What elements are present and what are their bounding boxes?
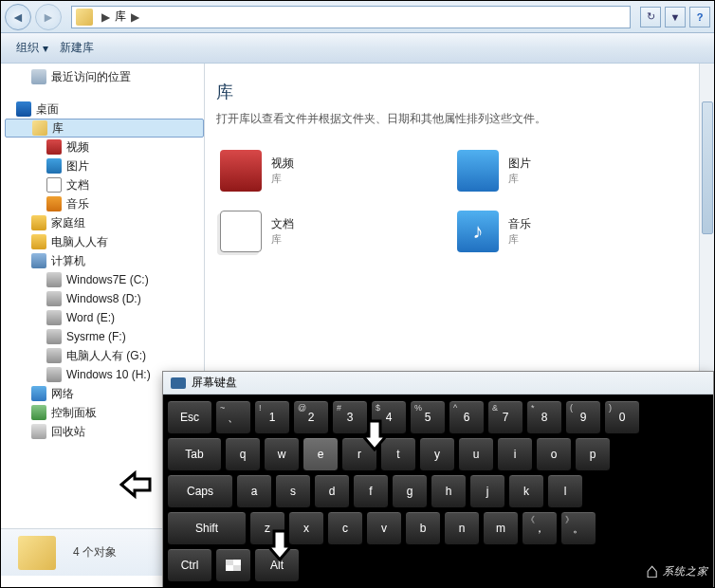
- status-text: 4 个对象: [73, 544, 117, 560]
- library-icon: [76, 9, 93, 26]
- osk-row-3: Capsasdfghjkl: [167, 474, 709, 508]
- osk-key-m[interactable]: m: [483, 511, 519, 545]
- library-sub: 库: [271, 172, 294, 186]
- sidebar-drive[interactable]: Word (E:): [5, 308, 204, 327]
- osk-key-k[interactable]: k: [508, 474, 544, 508]
- osk-key-l[interactable]: l: [547, 474, 583, 508]
- library-name: 图片: [508, 156, 531, 172]
- sidebar-item-label: 音乐: [66, 196, 89, 212]
- osk-key-6[interactable]: ^6: [449, 400, 485, 434]
- sidebar-desktop[interactable]: 桌面: [5, 100, 204, 119]
- osk-key-win[interactable]: [215, 548, 251, 582]
- drive-icon: [46, 310, 62, 325]
- organize-label: 组织: [16, 40, 39, 56]
- status-library-icon: [18, 536, 56, 570]
- osk-key-w[interactable]: w: [264, 437, 300, 471]
- osk-key-5[interactable]: %5: [410, 400, 446, 434]
- dropdown-button[interactable]: ▼: [665, 7, 686, 28]
- library-item-music[interactable]: 音乐库: [453, 207, 671, 256]
- osk-key-tab[interactable]: Tab: [167, 437, 222, 471]
- sidebar-pictures[interactable]: 图片: [5, 156, 204, 175]
- osk-key-9[interactable]: (9: [565, 400, 601, 434]
- osk-key-、[interactable]: ~、: [215, 400, 251, 434]
- osk-key-u[interactable]: u: [458, 437, 494, 471]
- sidebar-item-label: 计算机: [51, 253, 85, 269]
- osk-row-2: Tabqwertyuiop: [167, 437, 709, 471]
- help-button[interactable]: ?: [689, 7, 710, 28]
- library-name: 视频: [271, 156, 294, 172]
- new-library-button[interactable]: 新建库: [54, 36, 100, 60]
- osk-key-g[interactable]: g: [392, 474, 428, 508]
- sidebar-user[interactable]: 电脑人人有: [5, 232, 204, 251]
- sidebar-drive[interactable]: Windows8 (D:): [5, 289, 204, 308]
- sidebar-drive[interactable]: Windows7E (C:): [5, 270, 204, 289]
- osk-key-v[interactable]: v: [366, 511, 402, 545]
- osk-key-n[interactable]: n: [444, 511, 480, 545]
- library-item-documents[interactable]: 文档库: [216, 207, 434, 256]
- page-title: 库: [216, 81, 703, 103]
- sidebar-music[interactable]: 音乐: [5, 194, 204, 213]
- osk-key-2[interactable]: @2: [293, 400, 329, 434]
- osk-key-d[interactable]: d: [314, 474, 350, 508]
- drive-icon: [46, 272, 62, 287]
- osk-key-7[interactable]: &7: [487, 400, 523, 434]
- osk-key-，[interactable]: 《，: [522, 511, 558, 545]
- organize-menu[interactable]: 组织 ▾: [10, 36, 54, 60]
- library-sub: 库: [508, 232, 531, 247]
- osk-key-shift[interactable]: Shift: [167, 511, 247, 545]
- refresh-button[interactable]: ↻: [640, 7, 661, 28]
- sidebar-homegroup[interactable]: 家庭组: [5, 213, 204, 232]
- osk-row-4: Shiftzxcvbnm《，》。: [167, 511, 709, 545]
- library-name: 文档: [271, 216, 294, 232]
- library-item-video[interactable]: 视频库: [216, 146, 434, 195]
- osk-key-8[interactable]: *8: [526, 400, 562, 434]
- osk-key-o[interactable]: o: [536, 437, 572, 471]
- osk-key-f[interactable]: f: [353, 474, 389, 508]
- osk-key-y[interactable]: y: [419, 437, 455, 471]
- address-field[interactable]: ▶ 库 ▶: [71, 6, 631, 28]
- sidebar-item-label: 家庭组: [51, 215, 85, 231]
- breadcrumb-segment[interactable]: 库: [115, 9, 126, 25]
- osk-key-ctrl[interactable]: Ctrl: [167, 548, 212, 582]
- osk-key-s[interactable]: s: [275, 474, 311, 508]
- osk-key-c[interactable]: c: [327, 511, 363, 545]
- library-item-pictures[interactable]: 图片库: [453, 146, 671, 195]
- osk-key-a[interactable]: a: [236, 474, 272, 508]
- sidebar-documents[interactable]: 文档: [5, 175, 204, 194]
- osk-key-e[interactable]: e: [302, 437, 339, 471]
- sidebar-item-label: 视频: [66, 139, 89, 156]
- osk-key-q[interactable]: q: [225, 437, 261, 471]
- osk-key-。[interactable]: 》。: [560, 511, 596, 545]
- osk-titlebar[interactable]: 屏幕键盘: [163, 372, 713, 395]
- nav-back-button[interactable]: ◄: [5, 4, 31, 30]
- library-sub: 库: [508, 172, 531, 186]
- sidebar-video[interactable]: 视频: [5, 138, 204, 156]
- on-screen-keyboard-window[interactable]: 屏幕键盘 Esc~、!1@2#3$4%5^6&7*8(9)0 Tabqwerty…: [162, 371, 714, 588]
- sidebar-recent[interactable]: 最近访问的位置: [5, 67, 204, 86]
- osk-key-j[interactable]: j: [469, 474, 505, 508]
- network-icon: [31, 386, 46, 401]
- osk-key-b[interactable]: b: [405, 511, 441, 545]
- drive-icon: [46, 367, 62, 382]
- explorer-toolbar: 组织 ▾ 新建库: [1, 33, 714, 64]
- osk-key-i[interactable]: i: [497, 437, 533, 471]
- breadcrumb-sep: ▶: [97, 10, 115, 24]
- osk-key-1[interactable]: !1: [254, 400, 290, 434]
- sidebar-item-label: Sysrme (F:): [66, 330, 126, 343]
- sidebar-drive[interactable]: Sysrme (F:): [5, 327, 204, 346]
- sidebar-drive[interactable]: 电脑人人有 (G:): [5, 346, 204, 365]
- sidebar-library[interactable]: 库: [5, 119, 204, 138]
- nav-forward-button[interactable]: ►: [35, 4, 62, 30]
- osk-key-caps[interactable]: Caps: [167, 474, 233, 508]
- sidebar-item-label: Word (E:): [66, 311, 115, 324]
- osk-key-p[interactable]: p: [575, 437, 611, 471]
- user-icon: [31, 234, 46, 249]
- osk-key-0[interactable]: )0: [604, 400, 640, 434]
- osk-key-h[interactable]: h: [431, 474, 467, 508]
- sidebar-computer[interactable]: 计算机: [5, 251, 204, 270]
- sidebar-item-label: 图片: [66, 158, 89, 175]
- watermark-text: 系统之家: [663, 564, 708, 579]
- osk-key-esc[interactable]: Esc: [167, 400, 212, 434]
- documents-library-icon: [220, 211, 262, 252]
- scrollbar-thumb[interactable]: [702, 101, 713, 234]
